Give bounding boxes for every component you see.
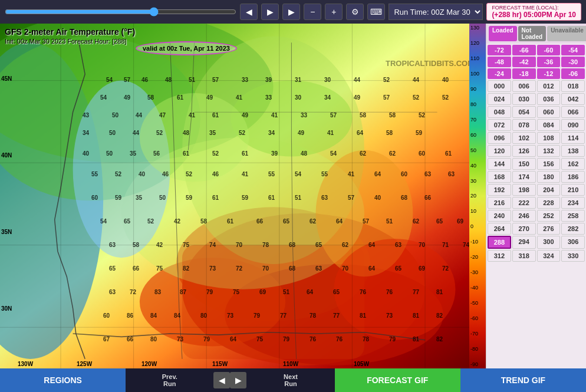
forecast-hour-180[interactable]: 180 xyxy=(537,171,561,183)
next-run-button[interactable]: Next Run xyxy=(246,368,334,392)
forecast-hour-330[interactable]: 330 xyxy=(561,250,585,262)
forecast-hour-210[interactable]: 210 xyxy=(561,184,585,196)
forecast-hour-168[interactable]: 168 xyxy=(488,171,511,183)
forecast-hour-078[interactable]: 078 xyxy=(512,119,536,131)
forecast-hour--36[interactable]: -36 xyxy=(537,57,561,67)
prev-run-label: Prev. xyxy=(162,373,177,380)
trend-gif-button[interactable]: TREND GIF xyxy=(460,368,586,392)
forecast-hour-192[interactable]: 192 xyxy=(488,184,511,196)
forecast-hour-138[interactable]: 138 xyxy=(561,145,585,157)
forecast-hour--48[interactable]: -48 xyxy=(488,57,511,67)
forecast-hour-312[interactable]: 312 xyxy=(488,250,511,262)
forecast-hour-186[interactable]: 186 xyxy=(561,171,585,183)
lon-label-120w: 120W xyxy=(141,361,157,367)
next-frame-button[interactable]: ▶ xyxy=(282,4,300,20)
forecast-gif-button[interactable]: FORECAST GIF xyxy=(335,368,460,392)
forecast-hour--60[interactable]: -60 xyxy=(537,45,561,55)
forecast-hour-288[interactable]: 288 xyxy=(488,236,511,249)
map-area[interactable]: 54 57 46 48 51 57 33 39 31 30 44 52 44 4… xyxy=(0,24,486,368)
next-arrow-button[interactable]: ▶ xyxy=(230,372,246,388)
forecast-hour-042[interactable]: 042 xyxy=(561,93,585,105)
forecast-hour-132[interactable]: 132 xyxy=(537,145,561,157)
forecast-hour-048[interactable]: 048 xyxy=(488,106,511,118)
forecast-hour-258[interactable]: 258 xyxy=(561,210,585,222)
forecast-hour-300[interactable]: 300 xyxy=(537,236,561,249)
forecast-hour-252[interactable]: 252 xyxy=(537,210,561,222)
forecast-hour-120[interactable]: 120 xyxy=(488,145,511,157)
prev-frame-button[interactable]: ◀ xyxy=(240,4,258,20)
forecast-hour-072[interactable]: 072 xyxy=(488,119,511,131)
forecast-hour-162[interactable]: 162 xyxy=(561,158,585,170)
forecast-hour-294[interactable]: 294 xyxy=(512,236,536,249)
forecast-hour-144[interactable]: 144 xyxy=(488,158,511,170)
forecast-hour--12[interactable]: -12 xyxy=(537,68,561,79)
forecast-hour-114[interactable]: 114 xyxy=(561,132,585,144)
forecast-hour--42[interactable]: -42 xyxy=(512,57,536,67)
forecast-hour-000[interactable]: 000 xyxy=(488,80,511,92)
forecast-hour-108[interactable]: 108 xyxy=(537,132,561,144)
forecast-hour--18[interactable]: -18 xyxy=(512,68,536,79)
forecast-hour-054[interactable]: 054 xyxy=(512,106,536,118)
timeline-slider[interactable] xyxy=(5,7,236,17)
forecast-hour-216[interactable]: 216 xyxy=(488,197,511,209)
forecast-hour-270[interactable]: 270 xyxy=(512,223,536,235)
main-content: 54 57 46 48 51 57 33 39 31 30 44 52 44 4… xyxy=(0,24,586,368)
forecast-hour-276[interactable]: 276 xyxy=(537,223,561,235)
settings-button[interactable]: ⚙ xyxy=(346,4,364,20)
toolbar: ◀ ▶ ▶ − + ⚙ ⌨ Run Time: 00Z Mar 30 FOREC… xyxy=(0,0,586,24)
forecast-hour-228[interactable]: 228 xyxy=(537,197,561,209)
lon-label-115w: 115W xyxy=(212,361,228,367)
forecast-hour-222[interactable]: 222 xyxy=(512,197,536,209)
forecast-hour--72[interactable]: -72 xyxy=(488,45,511,55)
forecast-hour-036[interactable]: 036 xyxy=(537,93,561,105)
forecast-hour-024[interactable]: 024 xyxy=(488,93,511,105)
play-button[interactable]: ▶ xyxy=(261,4,279,20)
unavailable-badge: Unavailable xyxy=(547,26,586,41)
forecast-time-label: FORECAST TIME (LOCAL): xyxy=(492,5,576,11)
forecast-hour-174[interactable]: 174 xyxy=(512,171,536,183)
forecast-hour-066[interactable]: 066 xyxy=(561,106,585,118)
forecast-hour-204[interactable]: 204 xyxy=(537,184,561,196)
forecast-hour-018[interactable]: 018 xyxy=(561,80,585,92)
forecast-hour-246[interactable]: 246 xyxy=(512,210,536,222)
forecast-hour-282[interactable]: 282 xyxy=(561,223,585,235)
forecast-hour-318[interactable]: 318 xyxy=(512,250,536,262)
forecast-hour-156[interactable]: 156 xyxy=(537,158,561,170)
regions-button[interactable]: REGIONS xyxy=(0,368,126,392)
forecast-hour-150[interactable]: 150 xyxy=(512,158,536,170)
forecast-hour-006[interactable]: 006 xyxy=(512,80,536,92)
forecast-hour-096[interactable]: 096 xyxy=(488,132,511,144)
forecast-hour--54[interactable]: -54 xyxy=(561,45,585,55)
forecast-hour-084[interactable]: 084 xyxy=(537,119,561,131)
zoom-in-button[interactable]: + xyxy=(325,4,343,20)
forecast-hour-030[interactable]: 030 xyxy=(512,93,536,105)
slider-container[interactable] xyxy=(5,7,236,17)
lon-label-110w: 110W xyxy=(283,361,298,367)
forecast-hour-306[interactable]: 306 xyxy=(561,236,585,249)
forecast-hour--66[interactable]: -66 xyxy=(512,45,536,55)
forecast-hour-264[interactable]: 264 xyxy=(488,223,511,235)
forecast-hour--06[interactable]: -06 xyxy=(561,68,585,79)
forecast-hour-198[interactable]: 198 xyxy=(512,184,536,196)
forecast-hour-090[interactable]: 090 xyxy=(561,119,585,131)
forecast-hour--30[interactable]: -30 xyxy=(561,57,585,67)
forecast-hour-126[interactable]: 126 xyxy=(512,145,536,157)
forecast-hour-012[interactable]: 012 xyxy=(537,80,561,92)
prev-run-button[interactable]: Prev. Run xyxy=(126,368,213,392)
forecast-hour-060[interactable]: 060 xyxy=(537,106,561,118)
lat-label-45n: 45N xyxy=(1,75,12,82)
keyboard-button[interactable]: ⌨ xyxy=(367,4,385,20)
zoom-out-button[interactable]: − xyxy=(304,4,321,20)
forecast-time-box: FORECAST TIME (LOCAL): (+288 hr) 05:00PM… xyxy=(486,3,581,21)
prev-arrow-container: ◀ xyxy=(213,368,230,392)
prev-arrow-button[interactable]: ◀ xyxy=(213,372,230,388)
run-time-select[interactable]: Run Time: 00Z Mar 30 xyxy=(389,4,483,20)
forecast-hour-240[interactable]: 240 xyxy=(488,210,511,222)
forecast-hour--24[interactable]: -24 xyxy=(488,68,511,79)
forecast-hour-324[interactable]: 324 xyxy=(537,250,561,262)
weather-map xyxy=(0,24,486,368)
lat-label-30n: 30N xyxy=(1,305,12,312)
not-loaded-badge: Not Loaded xyxy=(518,26,547,41)
forecast-hour-234[interactable]: 234 xyxy=(561,197,585,209)
forecast-hour-102[interactable]: 102 xyxy=(512,132,536,144)
